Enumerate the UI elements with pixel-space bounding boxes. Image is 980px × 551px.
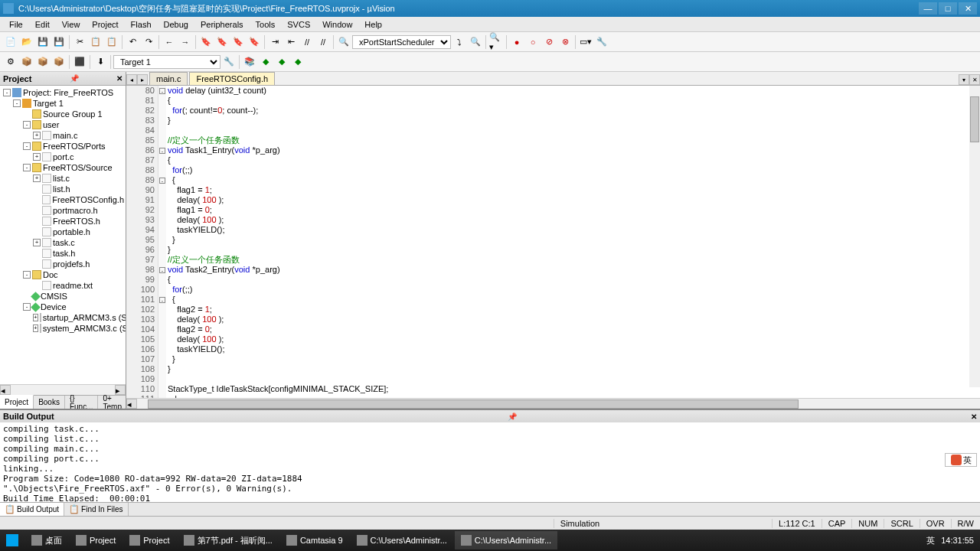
copy-icon[interactable]: 📋 — [88, 34, 103, 50]
tree-node[interactable]: readme.txt — [2, 280, 124, 291]
tree-node[interactable]: +port.c — [2, 152, 124, 162]
maximize-button[interactable]: □ — [939, 2, 957, 15]
bookmark-clear-icon[interactable]: 🔖 — [247, 34, 262, 50]
menu-peripherals[interactable]: Peripherals — [194, 18, 250, 31]
close-button[interactable]: ✕ — [959, 2, 977, 15]
expand-icon[interactable]: - — [23, 164, 31, 171]
tree-node[interactable]: +list.c — [2, 173, 124, 184]
editor-vscroll[interactable] — [969, 86, 980, 387]
open-icon[interactable]: 📂 — [19, 34, 34, 50]
build-pin-icon[interactable]: 📌 — [508, 412, 517, 421]
download-icon[interactable]: ⬇ — [93, 54, 108, 70]
project-tree[interactable]: -Project: Fire_FreeRTOS-Target 1Source G… — [0, 86, 126, 384]
taskbar-item[interactable]: Project — [123, 531, 175, 549]
build-close-icon[interactable]: ✕ — [971, 412, 977, 421]
bookmark-prev-icon[interactable]: 🔖 — [214, 34, 230, 50]
outdent-icon[interactable]: ⇤ — [283, 34, 299, 50]
tab-close-icon[interactable]: ✕ — [969, 74, 980, 85]
menu-edit[interactable]: Edit — [29, 18, 56, 31]
expand-icon[interactable]: - — [23, 142, 31, 150]
taskbar-item[interactable]: 桌面 — [25, 531, 68, 549]
redo-icon[interactable]: ↷ — [141, 34, 156, 50]
ime-indicator[interactable]: 英 — [926, 536, 935, 545]
undo-icon[interactable]: ↶ — [125, 34, 140, 50]
nav-back-icon[interactable]: ← — [162, 34, 177, 50]
menu-window[interactable]: Window — [316, 18, 358, 31]
tree-node[interactable]: +main.c — [2, 130, 124, 141]
menu-debug[interactable]: Debug — [158, 18, 194, 31]
taskbar-item[interactable]: Camtasia 9 — [280, 531, 349, 549]
find-icon[interactable]: 🔍 — [336, 34, 351, 50]
tree-node[interactable]: Source Group 1 — [2, 109, 124, 119]
panel-tab[interactable]: {} Func... — [65, 396, 99, 409]
tree-node[interactable]: FreeRTOS.h — [2, 216, 124, 227]
target-options-icon[interactable]: 🔧 — [221, 54, 237, 70]
start-button[interactable] — [0, 530, 24, 551]
function-combo[interactable]: xPortStartScheduler — [352, 35, 451, 49]
tree-node[interactable]: FreeRTOSConfig.h — [2, 194, 124, 205]
nav-forward-icon[interactable]: → — [178, 34, 193, 50]
menu-file[interactable]: File — [3, 18, 29, 31]
taskbar-item[interactable]: Project — [70, 531, 122, 549]
tree-node[interactable]: portable.h — [2, 227, 124, 237]
manage-icon[interactable]: 📚 — [242, 54, 257, 70]
bookmark-icon[interactable]: 🔖 — [198, 34, 214, 50]
indent-icon[interactable]: ⇥ — [267, 34, 283, 50]
manage-rte-icon[interactable]: ◆ — [258, 54, 273, 70]
select-pack-icon[interactable]: ◆ — [274, 54, 289, 70]
breakpoint-kill-icon[interactable]: ⊘ — [541, 34, 557, 50]
cut-icon[interactable]: ✂ — [72, 34, 87, 50]
tab-list-icon[interactable]: ▾ — [959, 74, 969, 85]
breakpoint-disable-icon[interactable]: ○ — [525, 34, 541, 50]
debug-icon[interactable]: 🔍▾ — [488, 34, 504, 50]
expand-icon[interactable]: - — [23, 271, 31, 279]
tree-node[interactable]: +system_ARMCM3.c (Startup) — [2, 323, 124, 334]
tree-node[interactable]: -FreeRTOS/Ports — [2, 141, 124, 152]
system-tray[interactable]: 英 14:31:55 — [920, 535, 980, 546]
panel-tab[interactable]: Books — [34, 396, 65, 409]
expand-icon[interactable]: - — [3, 89, 11, 96]
tree-node[interactable]: CMSIS — [2, 291, 124, 302]
editor-hscroll[interactable]: ◂ — [126, 398, 980, 409]
ime-floater[interactable]: 英 — [945, 453, 977, 467]
tree-node[interactable]: -FreeRTOS/Source — [2, 162, 124, 173]
expand-icon[interactable]: + — [33, 132, 41, 139]
expand-icon[interactable]: - — [13, 99, 21, 107]
breakpoint-all-icon[interactable]: ⊗ — [557, 34, 573, 50]
comment-icon[interactable]: // — [299, 34, 315, 50]
breakpoint-icon[interactable]: ● — [509, 34, 524, 50]
save-icon[interactable]: 💾 — [35, 34, 51, 50]
stop-build-icon[interactable]: ⬛ — [72, 54, 87, 70]
editor-tab[interactable]: main.c — [149, 72, 188, 85]
rebuild-icon[interactable]: 📦 — [35, 54, 51, 70]
expand-icon[interactable]: + — [33, 153, 41, 161]
menu-view[interactable]: View — [56, 18, 87, 31]
tab-nav-right-icon[interactable]: ▸ — [137, 74, 148, 85]
build-tab[interactable]: 📋Build Output — [0, 503, 64, 516]
tree-node[interactable]: list.h — [2, 184, 124, 194]
taskbar-item[interactable]: C:\Users\Administr... — [455, 531, 557, 549]
pack-installer-icon[interactable]: ◆ — [290, 54, 305, 70]
taskbar-item[interactable]: C:\Users\Administr... — [351, 531, 453, 549]
panel-tab[interactable]: Project — [0, 395, 34, 409]
goto-icon[interactable]: ⤵ — [452, 34, 467, 50]
translate-icon[interactable]: ⚙ — [3, 54, 18, 70]
tree-node[interactable]: -Project: Fire_FreeRTOS — [2, 87, 124, 98]
tree-node[interactable]: -Doc — [2, 269, 124, 280]
find-in-files-icon[interactable]: 🔍 — [468, 34, 483, 50]
tree-node[interactable]: -user — [2, 119, 124, 130]
tree-node[interactable]: task.h — [2, 248, 124, 259]
menu-svcs[interactable]: SVCS — [281, 18, 316, 31]
build-icon[interactable]: 📦 — [19, 54, 34, 70]
menu-project[interactable]: Project — [86, 18, 124, 31]
tree-node[interactable]: +startup_ARMCM3.s (Startup) — [2, 312, 124, 323]
tab-nav-left-icon[interactable]: ◂ — [126, 74, 137, 85]
tree-node[interactable]: projdefs.h — [2, 259, 124, 269]
expand-icon[interactable]: + — [33, 239, 41, 246]
tree-node[interactable]: -Target 1 — [2, 98, 124, 109]
paste-icon[interactable]: 📋 — [104, 34, 119, 50]
uncomment-icon[interactable]: // — [315, 34, 331, 50]
expand-icon[interactable]: + — [33, 324, 38, 332]
tree-node[interactable]: +task.c — [2, 237, 124, 248]
target-combo[interactable]: Target 1 — [113, 55, 220, 69]
